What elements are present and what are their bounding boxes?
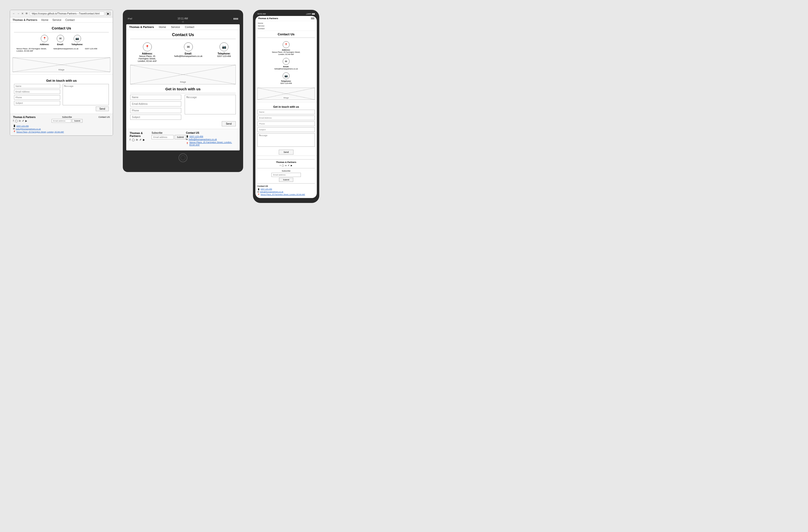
tablet-linkedin-icon[interactable]: in: [136, 138, 138, 141]
tablet-nav-home[interactable]: Home: [159, 25, 166, 28]
tablet-contact-us-label: Contact US: [186, 132, 236, 134]
mobile-linkedin-icon[interactable]: in: [285, 165, 287, 167]
mobile-twitter-icon[interactable]: ✐: [288, 165, 290, 167]
tablet-subtitle: Get in touch with us: [130, 87, 236, 91]
tablet-message-textarea[interactable]: [185, 95, 236, 114]
footer-email-row: ✉ hello@thomaspartners.co.uk: [13, 128, 110, 130]
tablet-instagram-icon[interactable]: ◯: [132, 138, 134, 141]
footer-address-link[interactable]: Nexus Place, 25 Farrington Street, Londo…: [16, 131, 64, 133]
mobile-nav-home[interactable]: Home: [258, 22, 314, 24]
desktop-name-input[interactable]: [14, 84, 60, 88]
facebook-icon[interactable]: f: [13, 119, 14, 122]
mobile-phone-input[interactable]: [257, 121, 315, 126]
tablet-email-value: hello@thomaspartners.co.uk: [175, 55, 203, 57]
footer-phone-link[interactable]: 0207-123-456: [16, 125, 29, 127]
mobile-email-input[interactable]: [257, 116, 315, 120]
mobile-address-value: Nexus Place, 25 Farrington Street, Londo…: [270, 51, 302, 55]
desktop-footer-subscribe: Subscribe Submit: [52, 116, 82, 123]
mobile-footer-email[interactable]: [271, 173, 301, 177]
mobile-subject-input[interactable]: [257, 127, 315, 132]
mobile-footer-brand: Thomas & Partners: [257, 161, 315, 164]
mobile-instagram-icon[interactable]: ◯: [282, 165, 284, 167]
tablet-page-content: Contact Us 📍 Address: Nexus Place, 25 Fa…: [126, 30, 240, 129]
tablet-subscribe-row: Submit: [151, 135, 186, 139]
home-button[interactable]: 👁: [25, 12, 29, 16]
tablet-location-icon-sm: 📍: [186, 142, 189, 145]
mobile-message-textarea[interactable]: [257, 133, 315, 147]
mobile-facebook-icon[interactable]: f: [280, 165, 280, 167]
tablet-footer-address-row: 📍 Nexus Place, 25 Farrington Street, Lon…: [186, 141, 236, 146]
mobile-menu-icon[interactable]: [311, 17, 314, 20]
tablet-footer-address-link[interactable]: Nexus Place, 25 Farrington Street, Londo…: [189, 141, 236, 146]
tablet-youtube-icon[interactable]: ▶: [143, 138, 145, 141]
mobile-nav-service[interactable]: Service: [258, 25, 314, 27]
tablet-send-row: Send: [130, 121, 236, 126]
tablet-form-right: [185, 95, 236, 120]
refresh-button[interactable]: ✕: [21, 12, 24, 16]
tablet-email-input[interactable]: [130, 101, 181, 107]
url-bar[interactable]: [30, 12, 104, 16]
tablet-name-input[interactable]: [130, 95, 181, 100]
desktop-phone-input[interactable]: [14, 95, 60, 100]
tablet-telephone-icon: 📷: [220, 42, 228, 51]
tablet-footer-phone-link[interactable]: 0207-123-456: [189, 135, 203, 138]
back-button[interactable]: ←: [12, 12, 16, 16]
desktop-message-textarea[interactable]: [62, 84, 109, 105]
tablet-nav-service[interactable]: Service: [171, 25, 180, 28]
mobile-footer-email-row: ✉ hello@thomaspartners.co.uk: [257, 191, 315, 193]
tablet-page-title: Contact Us: [130, 32, 236, 37]
desktop-browser: ← → ✕ 👁 ▶ Thomas & Partners Home Service…: [10, 10, 113, 136]
tablet-footer-email-link[interactable]: hello@thomaspartners.co.uk: [189, 138, 217, 140]
desktop-image-placeholder: IMage: [13, 57, 110, 72]
tablet-send-button[interactable]: Send: [222, 121, 236, 126]
tablet-footer-submit[interactable]: Submit: [175, 135, 186, 139]
tablet-screen: Thomas & Partners Home Service Contact C…: [126, 24, 240, 150]
linkedin-icon[interactable]: in: [19, 119, 21, 122]
mobile-telephone-item: 📷 Telephone: 0207-123-456: [280, 72, 292, 84]
nav-contact[interactable]: Contact: [65, 18, 75, 21]
tablet-home-button[interactable]: [179, 153, 187, 162]
mobile-device: 09:52 AM △WiFi ▮▮▮ Thomas & Partners Hom…: [253, 10, 319, 203]
desktop-email-input[interactable]: [14, 90, 60, 94]
footer-email-input[interactable]: [52, 119, 71, 123]
tablet-nav-contact[interactable]: Contact: [185, 25, 194, 28]
tablet-email-icon: ✉: [184, 42, 193, 51]
mobile-youtube-icon[interactable]: ▶: [291, 165, 292, 167]
telephone-icon: 📷: [74, 35, 81, 42]
desktop-contact-section: Contact Us 📍 Address: ✉ Email: 📷 Telepho…: [10, 23, 113, 55]
youtube-icon[interactable]: ▶: [25, 119, 27, 122]
mobile-footer-email-link[interactable]: hello@thomaspartners.co.uk: [260, 191, 283, 193]
tablet-facebook-icon[interactable]: f: [130, 138, 130, 141]
tablet-phone-icon: 📱: [186, 135, 189, 138]
footer-submit-button[interactable]: Submit: [72, 119, 82, 123]
nav-home[interactable]: Home: [41, 18, 49, 21]
desktop-address-value: Nexus Place, 25 Farrington Street, Londo…: [16, 48, 49, 52]
instagram-icon[interactable]: ◯: [15, 119, 18, 122]
tablet-subject-input[interactable]: [130, 115, 181, 120]
mobile-footer-submit[interactable]: Submit: [279, 178, 293, 182]
tablet-twitter-icon[interactable]: ✐: [140, 138, 142, 141]
mobile-contact-header: Contact Us: [255, 31, 317, 38]
mobile-send-button[interactable]: Send: [279, 150, 293, 155]
tablet-phone-input[interactable]: [130, 108, 181, 113]
nav-service[interactable]: Service: [52, 18, 61, 21]
mobile-footer-phone-link[interactable]: 0207-123-456: [261, 188, 272, 190]
desktop-send-button[interactable]: Send: [96, 107, 109, 111]
forward-button[interactable]: →: [16, 12, 20, 16]
mobile-nav-contact[interactable]: Contact: [258, 27, 314, 30]
twitter-icon[interactable]: ✐: [22, 119, 24, 122]
phone-icon-small: 📱: [13, 125, 16, 127]
footer-email-link[interactable]: hello@thomaspartners.co.uk: [16, 128, 41, 130]
tablet-footer-brand: Thomas & Partners: [130, 132, 151, 137]
desktop-contact-icons-row: 📍 Address: ✉ Email: 📷 Telephone:: [14, 35, 109, 46]
mobile-subtitle: Get in touch with us: [257, 105, 315, 108]
location-icon-small: 📍: [13, 131, 16, 133]
tablet-contact-us-col: Contact US 📱 0207-123-456 ✉ hello@thomas…: [186, 132, 236, 146]
mobile-footer-address-link[interactable]: Nexus Place, 25 Farrington Street, Londo…: [261, 193, 305, 195]
mobile-footer: Thomas & Partners f ◯ in ✐ ▶ Subscribe S…: [255, 156, 317, 198]
go-button[interactable]: ▶: [106, 12, 111, 16]
browser-nav-buttons: ← → ✕ 👁: [12, 12, 29, 16]
desktop-subject-input[interactable]: [14, 101, 60, 105]
tablet-footer-email[interactable]: [151, 135, 173, 139]
mobile-name-input[interactable]: [257, 110, 315, 114]
